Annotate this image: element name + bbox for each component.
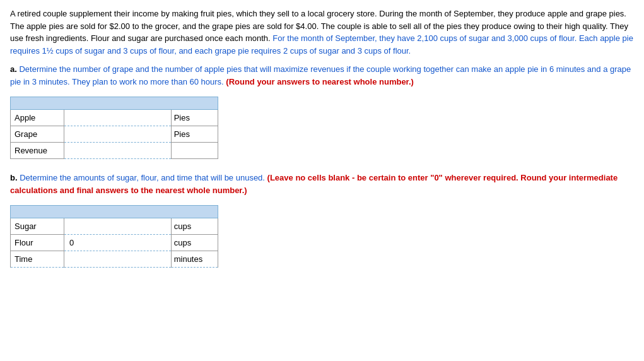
table-b: Sugar cups Flour cups Time [10,205,218,268]
table-a-header-cell [11,97,218,110]
question-a-note: (Round your answers to nearest whole num… [226,77,414,86]
intro-text: A retired couple supplement their income… [10,8,634,57]
table-row: Time minutes [11,251,218,268]
table-b-header-cell [11,206,218,218]
flour-input[interactable] [68,238,167,247]
revenue-input[interactable] [68,146,167,155]
flour-input-cell[interactable] [64,235,171,251]
question-b-block: b. Determine the amounts of sugar, flour… [10,172,634,268]
table-b-wrapper: Sugar cups Flour cups Time [10,205,634,268]
table-row: Grape Pies [11,126,218,143]
sugar-input-cell[interactable] [64,218,171,235]
time-input[interactable] [68,254,167,264]
table-row: Revenue [11,143,218,159]
table-a: Apple Pies Grape Pies Revenue [10,97,218,159]
question-a-label: a. [10,64,17,74]
grape-input-cell[interactable] [64,126,171,143]
time-label: Time [11,251,64,268]
revenue-label: Revenue [11,143,64,159]
apple-input[interactable] [68,113,167,122]
question-b-label: b. [10,173,18,182]
revenue-input-cell[interactable] [64,143,171,159]
question-b-text-block: b. Determine the amounts of sugar, flour… [10,172,634,196]
sugar-unit: cups [171,218,218,235]
question-b-text: Determine the amounts of sugar, flour, a… [20,173,267,182]
table-b-header [11,206,218,218]
apple-label: Apple [11,110,64,126]
grape-input[interactable] [68,129,167,139]
sugar-label: Sugar [11,218,64,235]
flour-label: Flour [11,235,64,251]
time-input-cell[interactable] [64,251,171,268]
table-a-header [11,97,218,110]
table-row: Apple Pies [11,110,218,126]
time-unit: minutes [171,251,218,268]
table-a-wrapper: Apple Pies Grape Pies Revenue [10,97,634,159]
question-a-block: a. Determine the number of grape and the… [10,63,634,88]
table-row: Sugar cups [11,218,218,235]
apple-unit: Pies [171,110,218,126]
grape-label: Grape [11,126,64,143]
flour-unit: cups [171,235,218,251]
table-row: Flour cups [11,235,218,251]
sugar-input[interactable] [68,222,167,231]
apple-input-cell[interactable] [64,110,171,126]
grape-unit: Pies [171,126,218,143]
revenue-unit [171,143,218,159]
